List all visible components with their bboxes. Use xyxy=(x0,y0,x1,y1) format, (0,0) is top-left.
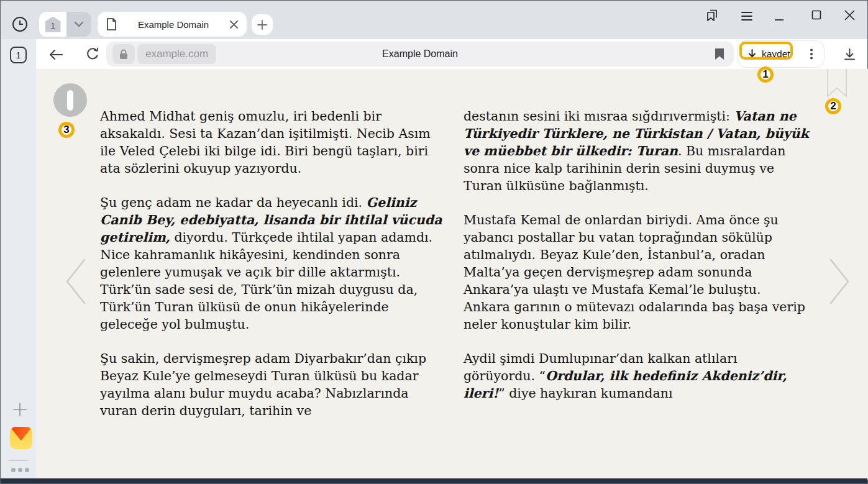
downloads-arrow-icon xyxy=(844,48,855,60)
sidebar: 1 xyxy=(1,39,36,480)
tab-example-domain[interactable]: Example Domain xyxy=(98,12,247,37)
sidebar-add-icon[interactable] xyxy=(12,402,27,417)
minimize-button[interactable] xyxy=(771,12,787,28)
paragraph: Şu genç adam ne kadar da heyecanlı idi. … xyxy=(100,194,445,333)
reader-columns: Ahmed Midhat geniş omuzlu, iri bedenli b… xyxy=(100,107,809,436)
tab-group-badge-icon: 1 xyxy=(45,17,61,32)
back-arrow-icon xyxy=(49,49,63,60)
tab-bar: 1 Example Domain xyxy=(1,1,867,39)
page-icon xyxy=(106,18,117,30)
paragraph: Mustafa Kemal de onlardan biriydi. Ama ö… xyxy=(464,211,809,333)
chevron-down-icon xyxy=(74,21,84,27)
plus-icon xyxy=(257,20,267,30)
annotation-badge-2: 2 xyxy=(825,98,841,114)
maximize-button[interactable] xyxy=(808,7,825,23)
reload-icon xyxy=(86,47,99,62)
paragraph: Şu sakin, dervişmeşrep adam Diyarbakır’d… xyxy=(100,350,445,419)
prev-page-chevron[interactable] xyxy=(63,258,88,305)
paragraph: Ahmed Midhat geniş omuzlu, iri bedenli b… xyxy=(100,107,445,177)
annotation-3-label: 3 xyxy=(63,124,69,136)
text-column-left: Ahmed Midhat geniş omuzlu, iri bedenli b… xyxy=(100,107,445,436)
bookmark-ribbon-icon[interactable] xyxy=(827,69,847,98)
tab-close-icon[interactable] xyxy=(230,21,238,29)
history-icon[interactable] xyxy=(11,15,29,34)
save-pill: kaydet xyxy=(738,40,825,68)
sidebar-tab-count-label: 1 xyxy=(16,50,21,60)
menu-icon[interactable] xyxy=(739,8,755,24)
yandex-mail-icon[interactable] xyxy=(10,427,32,449)
tab-group: 1 xyxy=(39,12,91,37)
tab-group-expand-button[interactable] xyxy=(66,12,91,37)
reader-content: Ahmed Midhat geniş omuzlu, iri bedenli b… xyxy=(36,69,868,480)
paragraph: destanın sesini iki mısraa sığdırıvermiş… xyxy=(464,107,809,194)
sidebar-divider xyxy=(9,460,28,461)
reload-button[interactable] xyxy=(85,46,101,62)
tab-group-counter[interactable]: 1 xyxy=(39,12,66,37)
new-tab-button[interactable] xyxy=(252,14,273,35)
bookmarks-panel-icon[interactable] xyxy=(704,7,720,23)
tab-title: Example Domain xyxy=(117,19,230,30)
save-button-label: kaydet xyxy=(762,48,790,60)
power-bar-icon xyxy=(67,90,73,111)
bookmark-flag-icon[interactable] xyxy=(715,48,724,60)
address-bar[interactable]: example.com Example Domain xyxy=(106,42,734,66)
window-bottom-edge xyxy=(1,478,867,483)
sidebar-tab-counter[interactable]: 1 xyxy=(10,47,27,63)
annotation-badge-3: 3 xyxy=(58,122,75,138)
annotation-badge-1: 1 xyxy=(757,66,774,83)
close-button[interactable] xyxy=(841,7,857,23)
downloads-button[interactable] xyxy=(841,45,858,63)
download-icon xyxy=(747,49,757,60)
sidebar-more-icon[interactable] xyxy=(11,468,29,472)
more-options-icon[interactable] xyxy=(799,41,824,67)
next-page-chevron[interactable] xyxy=(827,258,852,305)
annotation-2-label: 2 xyxy=(830,100,836,112)
mail-flap-shape xyxy=(10,427,32,441)
reader-mode-exit-button[interactable] xyxy=(53,83,87,117)
paragraph: Aydil şimdi Dumlupınar’dan kalkan atlıla… xyxy=(464,350,809,402)
annotation-1-label: 1 xyxy=(762,68,768,81)
browser-window: 1 Example Domain xyxy=(0,0,868,484)
page-title: Example Domain xyxy=(106,42,734,66)
tab-group-count: 1 xyxy=(50,21,55,30)
save-button[interactable]: kaydet xyxy=(738,41,799,67)
back-button[interactable] xyxy=(48,47,63,62)
text-column-right: destanın sesini iki mısraa sığdırıvermiş… xyxy=(464,107,809,436)
